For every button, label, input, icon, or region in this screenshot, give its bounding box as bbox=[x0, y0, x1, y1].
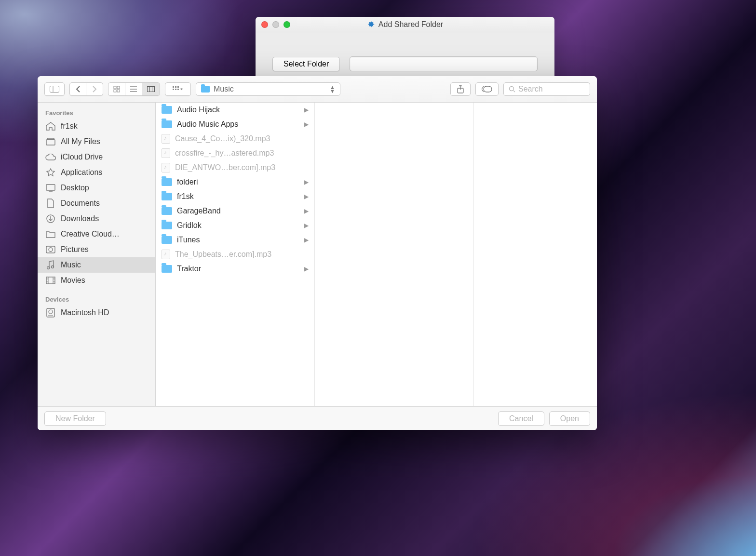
svg-rect-15 bbox=[173, 89, 174, 90]
item-label: fr1sk bbox=[177, 192, 194, 201]
window-title-bar: Add Shared Folder bbox=[256, 17, 554, 32]
cloud-icon bbox=[45, 152, 56, 162]
window-title: Add Shared Folder bbox=[378, 20, 443, 29]
footer: New Folder Cancel Open bbox=[38, 406, 597, 430]
chevron-right-icon: ▶ bbox=[304, 106, 309, 113]
chevron-right-icon: ▶ bbox=[304, 237, 309, 243]
item-label: Audio Hijack bbox=[177, 106, 220, 114]
sidebar-item-documents[interactable]: Documents bbox=[38, 196, 155, 211]
sidebar-item-fr1sk[interactable]: fr1sk bbox=[38, 119, 155, 134]
list-item[interactable]: Audio Hijack▶ bbox=[156, 103, 314, 117]
list-item[interactable]: Cause_4_Co…ix)_320.mp3 bbox=[156, 132, 314, 146]
item-label: Gridlok bbox=[177, 221, 202, 230]
sidebar-item-desktop[interactable]: Desktop bbox=[38, 180, 155, 196]
folder-icon bbox=[201, 86, 210, 93]
back-button[interactable] bbox=[70, 83, 86, 95]
list-item[interactable]: folderi▶ bbox=[156, 175, 314, 189]
group-by-icon[interactable] bbox=[165, 83, 190, 95]
sidebar-item-downloads[interactable]: Downloads bbox=[38, 211, 155, 226]
sidebar-item-label: Pictures bbox=[61, 245, 89, 254]
sidebar-toggle-group[interactable] bbox=[44, 82, 65, 96]
chevron-right-icon: ▶ bbox=[304, 179, 309, 185]
folder-icon bbox=[45, 229, 56, 239]
sidebar-item-label: iCloud Drive bbox=[61, 153, 103, 161]
search-input[interactable]: Search bbox=[503, 82, 590, 96]
svg-rect-17 bbox=[177, 89, 179, 90]
view-icon-icon[interactable] bbox=[108, 83, 125, 95]
chevron-right-icon: ▶ bbox=[304, 265, 309, 272]
column-2[interactable] bbox=[315, 103, 474, 406]
select-folder-button[interactable]: Select Folder bbox=[272, 57, 340, 71]
new-folder-button[interactable]: New Folder bbox=[44, 411, 106, 426]
chevron-up-down-icon: ▲▼ bbox=[330, 85, 335, 93]
open-button[interactable]: Open bbox=[549, 411, 590, 426]
svg-rect-0 bbox=[50, 86, 59, 93]
svg-rect-20 bbox=[484, 86, 492, 92]
item-label: GarageBand bbox=[177, 207, 221, 215]
item-label: Traktor bbox=[177, 265, 201, 273]
cancel-button[interactable]: Cancel bbox=[498, 411, 544, 426]
audio-file-icon bbox=[162, 250, 170, 259]
sidebar-item-macintosh-hd[interactable]: Macintosh HD bbox=[38, 305, 155, 320]
folder-icon bbox=[162, 193, 172, 200]
sidebar-item-label: Macintosh HD bbox=[61, 308, 109, 317]
docs-icon bbox=[45, 198, 56, 209]
svg-rect-12 bbox=[173, 86, 174, 88]
list-item[interactable]: Traktor▶ bbox=[156, 262, 314, 276]
path-popup[interactable]: Music ▲▼ bbox=[196, 82, 340, 96]
sidebar-item-pictures[interactable]: Pictures bbox=[38, 242, 155, 257]
chevron-right-icon: ▶ bbox=[304, 208, 309, 214]
chevron-right-icon: ▶ bbox=[304, 222, 309, 229]
svg-line-22 bbox=[513, 91, 515, 92]
sidebar-item-label: All My Files bbox=[61, 137, 100, 146]
close-icon[interactable] bbox=[261, 21, 268, 28]
list-item[interactable]: DIE_ANTWO…ber.com].mp3 bbox=[156, 160, 314, 175]
item-label: crossfire_-_hy…astered.mp3 bbox=[175, 149, 274, 158]
folder-icon bbox=[162, 207, 172, 215]
movies-icon bbox=[45, 275, 56, 286]
app-icon bbox=[367, 20, 376, 29]
list-item[interactable]: Audio Music Apps▶ bbox=[156, 117, 314, 132]
forward-button[interactable] bbox=[86, 83, 103, 95]
minimize-icon bbox=[272, 21, 279, 28]
list-item[interactable]: GarageBand▶ bbox=[156, 204, 314, 218]
sidebar-item-icloud-drive[interactable]: iCloud Drive bbox=[38, 149, 155, 165]
disk-icon bbox=[45, 307, 56, 318]
chevron-right-icon: ▶ bbox=[304, 193, 309, 200]
column-1[interactable]: Audio Hijack▶Audio Music Apps▶Cause_4_Co… bbox=[156, 103, 315, 406]
item-label: DIE_ANTWO…ber.com].mp3 bbox=[175, 163, 275, 172]
svg-rect-2 bbox=[114, 86, 116, 89]
list-item[interactable]: crossfire_-_hy…astered.mp3 bbox=[156, 146, 314, 160]
folder-path-input[interactable] bbox=[350, 56, 538, 71]
sidebar-item-creative-cloud-[interactable]: Creative Cloud… bbox=[38, 226, 155, 242]
search-icon bbox=[509, 86, 515, 93]
list-item[interactable]: Gridlok▶ bbox=[156, 218, 314, 233]
sidebar-item-applications[interactable]: Applications bbox=[38, 165, 155, 180]
audio-file-icon bbox=[162, 163, 170, 172]
sidebar-item-movies[interactable]: Movies bbox=[38, 273, 155, 288]
list-item[interactable]: fr1sk▶ bbox=[156, 189, 314, 204]
maximize-icon[interactable] bbox=[284, 21, 290, 28]
group-by-button[interactable] bbox=[165, 82, 191, 96]
folder-icon bbox=[162, 265, 172, 273]
view-column-icon[interactable] bbox=[142, 83, 160, 95]
sidebar-item-all-my-files[interactable]: All My Files bbox=[38, 134, 155, 149]
svg-rect-13 bbox=[175, 86, 176, 88]
list-item[interactable]: iTunes▶ bbox=[156, 233, 314, 247]
svg-rect-16 bbox=[175, 89, 176, 90]
folder-icon bbox=[162, 222, 172, 229]
svg-rect-24 bbox=[47, 138, 54, 140]
sidebar-toggle-icon[interactable] bbox=[45, 83, 64, 95]
share-button[interactable] bbox=[450, 82, 471, 96]
music-icon bbox=[45, 260, 56, 270]
item-label: folderi bbox=[177, 178, 198, 186]
sidebar-item-music[interactable]: Music bbox=[38, 257, 155, 273]
list-item[interactable]: The_Upbeats…er.com].mp3 bbox=[156, 247, 314, 262]
home-icon bbox=[45, 121, 56, 132]
tags-button[interactable] bbox=[475, 82, 499, 96]
folder-icon bbox=[162, 178, 172, 186]
svg-point-41 bbox=[49, 310, 53, 314]
item-label: Cause_4_Co…ix)_320.mp3 bbox=[175, 134, 270, 143]
apps-icon bbox=[45, 167, 56, 178]
view-list-icon[interactable] bbox=[125, 83, 142, 95]
